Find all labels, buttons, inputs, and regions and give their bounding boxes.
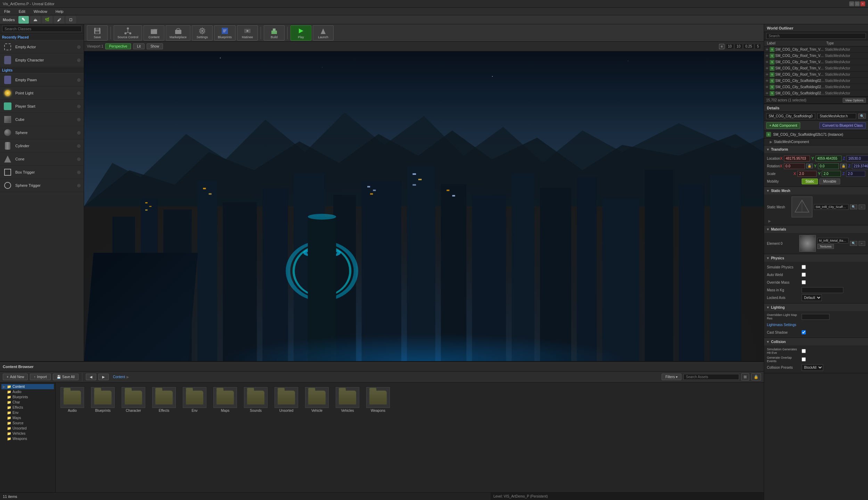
list-item[interactable]: Weapons: [364, 385, 392, 414]
mesh-expand-row[interactable]: ▶: [765, 218, 867, 224]
list-item[interactable]: Vehicles: [334, 385, 361, 414]
mesh-browse-button[interactable]: 🔍: [850, 205, 857, 209]
auto-weld-checkbox[interactable]: [802, 273, 806, 277]
play-button[interactable]: Play: [290, 25, 311, 41]
place-item-point-light[interactable]: Point Light ⊕: [0, 86, 84, 100]
collision-presets-select[interactable]: BlockAll: [802, 364, 823, 371]
blueprints-button[interactable]: Blueprints: [214, 25, 236, 41]
actor-class-input[interactable]: [817, 113, 856, 119]
lighting-section-header[interactable]: ▼ Lighting: [764, 303, 868, 311]
tree-item-source[interactable]: 📁 Source: [1, 420, 54, 426]
transform-section-header[interactable]: ▼ Transform: [764, 145, 868, 153]
menu-file[interactable]: File: [2, 9, 13, 14]
list-item[interactable]: Blueprints: [89, 385, 117, 414]
add-component-button[interactable]: + Add Component: [766, 122, 800, 129]
static-mesh-component-item[interactable]: ▶ StaticMeshComponent: [770, 140, 862, 144]
tree-item-effects[interactable]: 📁 Effects: [1, 405, 54, 410]
mode-select[interactable]: ✎: [18, 16, 29, 24]
tree-item-unsorted[interactable]: 📁 Unsorted: [1, 426, 54, 431]
cb-forward-button[interactable]: ▶: [98, 374, 109, 380]
list-item[interactable]: Env: [181, 385, 208, 414]
source-control-button[interactable]: Source Control: [114, 25, 142, 41]
sim-hit-checkbox[interactable]: [802, 349, 806, 353]
cb-search-input[interactable]: [683, 374, 739, 380]
filters-button[interactable]: Filters ▾: [662, 374, 681, 380]
location-x-input[interactable]: [784, 156, 810, 161]
movable-button[interactable]: Movable: [819, 178, 840, 184]
rotation-x-lock[interactable]: 🔒: [806, 164, 813, 168]
menu-help[interactable]: Help: [54, 9, 66, 14]
save-all-button[interactable]: 💾 Save All: [53, 374, 79, 380]
place-item-player-start[interactable]: Player Start ⊕: [0, 100, 84, 113]
launch-button[interactable]: Launch: [313, 25, 334, 41]
convert-blueprint-button[interactable]: Convert to Blueprint Class: [819, 122, 866, 129]
save-button[interactable]: Save: [87, 25, 108, 41]
lit-button[interactable]: Lit: [133, 43, 145, 49]
table-row[interactable]: 👁SSM_COG_City_Roof_Trim_VarB_Middle459St…: [764, 72, 868, 78]
cast-shadow-checkbox[interactable]: [802, 330, 806, 334]
mass-kg-input[interactable]: [802, 287, 843, 293]
place-item-cone[interactable]: Cone ⊕: [0, 152, 84, 166]
table-row[interactable]: 👁SSM_COG_City_Scaffolding02b169StaticMes…: [764, 84, 868, 90]
physics-section-header[interactable]: ▼ Physics: [764, 254, 868, 262]
locked-axis-select[interactable]: Default: [802, 294, 822, 301]
place-item-cube[interactable]: Cube ⊕: [0, 113, 84, 126]
table-row[interactable]: 👁SSM_COG_City_Roof_Trim_VarB_Middle419St…: [764, 47, 868, 53]
tree-item-content[interactable]: ▶ 📁 Content: [1, 384, 54, 389]
menu-window[interactable]: Window: [32, 9, 49, 14]
override-mass-checkbox[interactable]: [802, 280, 806, 284]
lightmass-row[interactable]: Lightmass Settings: [765, 321, 867, 328]
gen-overlap-checkbox[interactable]: [802, 357, 806, 361]
list-item[interactable]: Vehicle: [303, 385, 331, 414]
static-mesh-section-header[interactable]: ▼ Static Mesh: [764, 187, 868, 194]
material-use-button[interactable]: ←: [859, 241, 865, 246]
tree-item-char[interactable]: 📁 Char: [1, 400, 54, 405]
list-item[interactable]: Audio: [58, 385, 86, 414]
simulate-physics-checkbox[interactable]: [802, 265, 806, 269]
rotation-y-lock[interactable]: 🔒: [840, 164, 847, 168]
location-y-input[interactable]: [816, 156, 842, 161]
menu-edit[interactable]: Edit: [17, 9, 27, 14]
maximize-button[interactable]: □: [855, 1, 860, 6]
list-item[interactable]: Maps: [211, 385, 239, 414]
table-row[interactable]: 👁SSM_COG_City_Roof_Trim_VarB_Middle458St…: [764, 65, 868, 72]
close-button[interactable]: ✕: [860, 1, 865, 6]
tree-item-maps[interactable]: 📁 Maps: [1, 415, 54, 420]
place-item-sphere[interactable]: Sphere ⊕: [0, 126, 84, 139]
tree-item-weapons[interactable]: 📁 Weapons: [1, 436, 54, 441]
place-item-empty-character[interactable]: Empty Character ⊕: [0, 53, 84, 67]
mode-geometry[interactable]: ◻: [66, 16, 76, 24]
location-z-input[interactable]: [846, 156, 868, 161]
mode-foliage[interactable]: 🌿: [42, 16, 52, 24]
cb-lock-button[interactable]: 🔒: [751, 373, 761, 381]
marketplace-button[interactable]: Marketplace: [166, 25, 190, 41]
mesh-use-button[interactable]: ←: [859, 205, 865, 209]
table-row[interactable]: 👁SSM_COG_City_Scaffolding02b168StaticMes…: [764, 78, 868, 84]
scale-z-input[interactable]: [846, 171, 865, 177]
table-row[interactable]: 👁SSM_COG_City_Roof_Trim_VarB_Middle457St…: [764, 59, 868, 65]
list-item[interactable]: Sounds: [242, 385, 270, 414]
settings-button[interactable]: Settings: [192, 25, 213, 41]
table-row[interactable]: 👁SSM_COG_City_Scaffolding02b170StaticMes…: [764, 90, 868, 97]
perspective-button[interactable]: Perspective: [105, 43, 131, 49]
rotation-x-input[interactable]: [784, 163, 805, 169]
mode-paint[interactable]: 🖌: [54, 16, 64, 24]
rotation-y-input[interactable]: [818, 163, 839, 169]
tree-item-blueprints[interactable]: 📁 Blueprints: [1, 394, 54, 400]
list-item[interactable]: Effects: [150, 385, 178, 414]
place-item-sphere-trigger[interactable]: Sphere Trigger ⊕: [0, 179, 84, 192]
build-button[interactable]: Build: [264, 25, 285, 41]
actor-id-input[interactable]: [766, 113, 815, 119]
scale-x-input[interactable]: [797, 171, 817, 177]
place-item-empty-actor[interactable]: Empty Actor ⊕: [0, 40, 84, 53]
search-class-button[interactable]: 🔍: [858, 114, 866, 119]
textures-button[interactable]: Textures: [817, 244, 834, 249]
minimize-button[interactable]: ─: [849, 1, 854, 6]
search-classes-input[interactable]: [2, 26, 82, 32]
place-item-cylinder[interactable]: Cylinder ⊕: [0, 139, 84, 152]
wo-search-input[interactable]: [766, 33, 866, 39]
import-button[interactable]: ↑ Import: [30, 374, 50, 380]
content-button[interactable]: Content: [144, 25, 164, 41]
materials-section-header[interactable]: ▼ Materials: [764, 225, 868, 233]
add-new-button[interactable]: + Add New: [3, 374, 28, 380]
